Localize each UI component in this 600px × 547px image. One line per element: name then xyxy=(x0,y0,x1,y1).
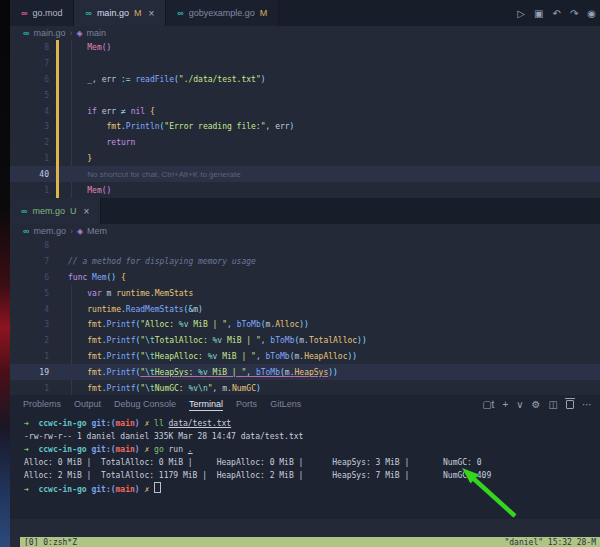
breadcrumb-file[interactable]: mem.go xyxy=(33,226,66,236)
code-text: fmt.Printf("\tHeapSys: %v MiB | ", bToMb… xyxy=(68,368,600,377)
code-token: err xyxy=(275,122,289,131)
code-line[interactable]: 7// a method for displaying memory usage xyxy=(10,254,600,270)
terminal-profile-icon[interactable]: ▢t xyxy=(482,399,494,410)
breadcrumb-separator-icon: › xyxy=(70,226,73,236)
code-token: bToMb xyxy=(256,368,280,377)
code-line[interactable]: 8 Mem() xyxy=(10,40,600,56)
next-change-icon[interactable]: ↷ xyxy=(570,8,578,19)
code-token: fmt xyxy=(87,320,101,329)
git-change-gutter xyxy=(56,333,59,349)
code-line[interactable]: 40 No shortcut for chat, Ctrl+Alt+K to g… xyxy=(10,166,600,182)
close-tab-icon[interactable]: × xyxy=(148,8,154,19)
line-number: 6 xyxy=(10,75,56,84)
code-line[interactable]: 8 xyxy=(10,238,600,254)
tab-main-go[interactable]: ∞main.goM× xyxy=(74,0,166,26)
code-token: No shortcut for chat, Ctrl+Alt+K to gene… xyxy=(87,170,240,179)
code-text: _, err := readFile("./data/test.txt") xyxy=(68,75,600,84)
code-token: func xyxy=(68,273,92,282)
code-token: )) xyxy=(299,320,309,329)
prompt-token: main xyxy=(116,419,135,428)
code-token: . xyxy=(188,445,193,454)
code-token xyxy=(68,320,87,329)
code-token: () xyxy=(102,43,112,52)
code-line[interactable]: 2 return xyxy=(10,135,600,151)
code-line[interactable]: 1 } xyxy=(10,151,600,167)
prev-change-icon[interactable]: ↶ xyxy=(552,8,560,19)
code-token: TotalAlloc: xyxy=(155,336,213,345)
prompt-token: ccwc-in-go xyxy=(38,445,91,454)
code-line[interactable]: 2 fmt.Printf("\tTotalAlloc: %v MiB | ", … xyxy=(10,333,600,349)
code-line[interactable]: 5 xyxy=(10,87,600,103)
code-line[interactable]: 3 fmt.Println("Error reading file:", err… xyxy=(10,119,600,135)
code-line[interactable]: 1 fmt.Printf("\tNumGC: %v\n", m.NumGC) xyxy=(10,380,600,395)
terminal-output[interactable]: ➜ ccwc-in-go git:(main) ✗ ll data/test.t… xyxy=(10,413,600,495)
code-token: if xyxy=(87,107,101,116)
tab-mem-go[interactable]: ∞mem.goU× xyxy=(10,198,101,224)
code-token: MiB | " xyxy=(188,320,227,329)
panel-tab-output[interactable]: Output xyxy=(74,397,101,411)
prompt-token: ✗ xyxy=(144,419,154,428)
breadcrumb-main-go[interactable]: ∞main.go›◈main xyxy=(10,26,600,40)
code-line[interactable]: 6func Mem() { xyxy=(10,270,600,286)
git-change-gutter xyxy=(56,40,59,56)
breadcrumb-symbol[interactable]: main xyxy=(87,28,107,38)
breadcrumb-mem-go[interactable]: ∞mem.go›◈Mem xyxy=(10,224,600,238)
code-line[interactable]: 1 fmt.Printf("\tHeapAlloc: %v MiB | ", b… xyxy=(10,349,600,365)
settings-gear-icon[interactable]: ⚙ xyxy=(532,399,541,410)
more-actions-icon[interactable]: ⋯ xyxy=(582,399,592,410)
kill-terminal-trash-icon[interactable] xyxy=(566,400,574,409)
code-token: MiB | " xyxy=(217,352,256,361)
git-change-gutter xyxy=(56,119,59,135)
tmux-host-clock: "daniel" 15:32 28-M xyxy=(504,537,596,547)
code-token xyxy=(68,43,87,52)
terminal-cursor[interactable] xyxy=(154,482,161,493)
new-terminal-icon[interactable]: + xyxy=(502,399,508,410)
code-token: ReadMemStats xyxy=(126,305,184,314)
code-line[interactable]: 6 _, err := readFile("./data/test.txt") xyxy=(10,72,600,88)
editor-main-go[interactable]: 8 Mem()76 _, err := readFile("./data/tes… xyxy=(10,40,600,198)
code-token: () xyxy=(107,273,117,282)
code-token: %v xyxy=(208,352,218,361)
tab-go-mod[interactable]: ∞go.mod xyxy=(10,0,74,26)
panel-tab-terminal[interactable]: Terminal xyxy=(189,397,223,411)
run-code-icon[interactable]: ◉ xyxy=(587,8,596,19)
close-tab-icon[interactable]: × xyxy=(83,206,89,217)
tab-gobyexample-go[interactable]: ∞gobyexample.goM xyxy=(166,0,279,26)
line-number: 4 xyxy=(10,305,56,314)
code-token: fmt xyxy=(107,122,121,131)
code-line[interactable]: 4 if err ≠ nil { xyxy=(10,103,600,119)
panel-tab-debug-console[interactable]: Debug Console xyxy=(114,397,176,411)
panel-tab-ports[interactable]: Ports xyxy=(236,397,257,411)
code-line[interactable]: 1 Mem() xyxy=(10,182,600,198)
code-token: -rw-rw-r-- 1 daniel daniel 335K Mar 28 1… xyxy=(24,432,303,441)
code-line[interactable]: 19 fmt.Printf("\tHeapSys: %v MiB | ", bT… xyxy=(10,364,600,380)
code-line[interactable]: 4 runtime.ReadMemStats(&m) xyxy=(10,301,600,317)
code-line[interactable]: 3 fmt.Printf("Alloc: %v MiB | ", bToMb(m… xyxy=(10,317,600,333)
breadcrumb-file[interactable]: main.go xyxy=(33,28,65,38)
code-token: MiB | " xyxy=(222,336,261,345)
code-token: } xyxy=(87,154,92,163)
terminal-line: Alloc: 0 MiB | TotalAlloc: 0 MiB | HeapA… xyxy=(24,456,600,469)
code-token: , xyxy=(266,122,276,131)
breadcrumb-symbol[interactable]: Mem xyxy=(87,226,107,236)
code-token: Printf xyxy=(107,320,136,329)
git-change-gutter xyxy=(56,103,59,119)
code-token: bToMb xyxy=(266,352,290,361)
code-token: MiB | " xyxy=(208,368,247,377)
compare-changes-icon[interactable]: ▣ xyxy=(534,8,543,19)
code-token: bToMb xyxy=(237,320,261,329)
code-token: ) xyxy=(261,75,266,84)
code-token: Mem xyxy=(87,43,101,52)
code-text: fmt.Printf("\tNumGC: %v\n", m.NumGC) xyxy=(68,384,600,393)
prompt-token: git:( xyxy=(91,485,115,494)
run-icon[interactable]: ▷ xyxy=(517,8,525,19)
git-change-gutter xyxy=(56,56,59,72)
code-line[interactable]: 5 var m runtime.MemStats xyxy=(10,285,600,301)
code-token xyxy=(68,352,87,361)
code-line[interactable]: 7 xyxy=(10,56,600,72)
panel-tab-gitlens[interactable]: GitLens xyxy=(270,397,301,411)
split-terminal-icon[interactable]: ◫ xyxy=(549,399,558,410)
panel-tab-problems[interactable]: Problems xyxy=(23,397,61,411)
terminal-dropdown-chevron-icon[interactable]: ∨ xyxy=(516,399,523,410)
editor-mem-go[interactable]: 87// a method for displaying memory usag… xyxy=(10,238,600,395)
